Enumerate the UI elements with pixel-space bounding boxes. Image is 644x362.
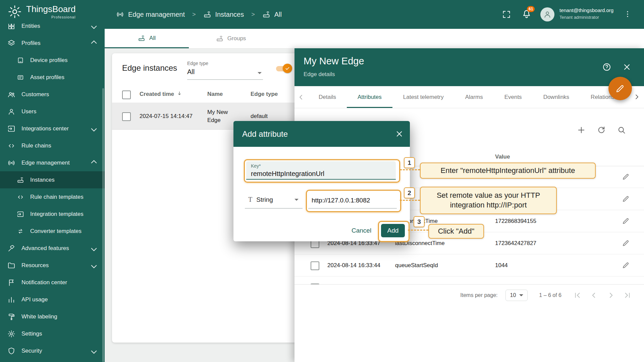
sidebar-item-notification-center[interactable]: Notification center	[0, 274, 105, 291]
tab-downlinks[interactable]: Downlinks	[533, 86, 580, 108]
tab-all[interactable]: All	[105, 29, 189, 48]
breadcrumb-edge-management[interactable]: Edge management	[128, 11, 185, 18]
edit-attribute-button[interactable]	[622, 217, 630, 225]
step-2-callout: Set remote value as your HTTP integratio…	[420, 187, 557, 214]
thingsboard-logo[interactable]: ThingsBoard Professional	[7, 4, 75, 19]
cancel-button[interactable]: Cancel	[352, 227, 371, 234]
edit-attribute-button[interactable]	[622, 195, 630, 203]
next-page-button[interactable]	[606, 291, 615, 300]
sidebar-item-rule-chain-templates[interactable]: Rule chain templates	[0, 188, 105, 205]
sidebar-item-customers[interactable]: Customers	[0, 86, 105, 103]
sidebar-item-users[interactable]: Users	[0, 103, 105, 120]
refresh-icon	[597, 125, 606, 135]
annotation-connector-2	[400, 200, 420, 201]
sidebar-item-device-profiles[interactable]: Device profiles	[0, 52, 105, 69]
col-value[interactable]: Value	[495, 154, 510, 160]
row-checkbox[interactable]	[122, 112, 131, 121]
sidebar-item-integration-templates[interactable]: Integration templates	[0, 205, 105, 223]
include-customers-toggle[interactable]	[275, 63, 292, 73]
value-type-value: String	[256, 196, 273, 203]
sidebar-item-advanced-features[interactable]: Advanced features	[0, 240, 105, 257]
edit-attribute-button[interactable]	[622, 239, 630, 247]
pencil-icon	[622, 261, 630, 269]
edge-type-select[interactable]: All	[187, 68, 195, 76]
panel-title: My New Edge	[304, 56, 364, 67]
refresh-button[interactable]	[597, 125, 606, 135]
customers-icon	[7, 90, 15, 99]
chevron-down-icon	[91, 245, 97, 251]
toggle-check-icon	[283, 64, 292, 73]
sidebar-item-integrations-center[interactable]: Integrations center	[0, 120, 105, 137]
prev-page-button[interactable]	[590, 291, 598, 300]
chevron-up-icon	[91, 40, 97, 46]
edit-attribute-button[interactable]	[622, 261, 630, 269]
breadcrumb-all[interactable]: All	[274, 11, 282, 18]
user-role: Tenant administrator	[559, 15, 613, 20]
sidebar-item-rule-chains[interactable]: Rule chains	[0, 137, 105, 154]
tab-latest-telemetry[interactable]: Latest telemetry	[392, 86, 454, 108]
sidebar-item-converter-templates[interactable]: Converter templates	[0, 223, 105, 240]
close-panel-button[interactable]	[622, 62, 632, 72]
tabs-scroll-left-button[interactable]	[294, 93, 308, 101]
logo-gear-icon	[7, 4, 22, 19]
plus-icon	[577, 125, 586, 135]
chevron-down-icon	[91, 24, 97, 29]
breadcrumb-instances[interactable]: Instances	[215, 11, 244, 18]
help-button[interactable]	[602, 62, 611, 72]
sort-desc-icon[interactable]	[176, 90, 182, 97]
sidebar-item-api-usage[interactable]: API usage	[0, 291, 105, 308]
tab-groups[interactable]: Groups	[189, 29, 273, 48]
attr-time: 2024-08-14 16:33:44	[327, 262, 380, 269]
converter-templates-icon	[17, 228, 24, 235]
close-dialog-button[interactable]	[395, 129, 404, 138]
kebab-menu-button[interactable]	[623, 10, 632, 18]
sidebar-item-settings[interactable]: Settings	[0, 325, 105, 342]
chevron-right-icon	[606, 291, 615, 300]
col-edge-type[interactable]: Edge type	[251, 91, 278, 98]
tab-attributes[interactable]: Attributes	[347, 86, 392, 108]
chevron-down-icon	[91, 348, 97, 354]
user-avatar[interactable]	[540, 7, 554, 21]
sidebar-item-security[interactable]: Security	[0, 342, 105, 359]
panel-tabs: Details Attributes Latest telemetry Alar…	[294, 86, 644, 108]
top-header: Edge management > Instances > All 61 ten…	[105, 0, 644, 29]
add-attribute-dialog: Add attribute Key* remoteHttpIntegration…	[233, 121, 410, 241]
pencil-icon	[622, 239, 630, 247]
add-attribute-button[interactable]	[577, 125, 586, 135]
items-per-page-select[interactable]: 10	[505, 290, 528, 301]
person-icon	[543, 10, 552, 19]
pencil-icon	[622, 173, 630, 181]
edit-attribute-button[interactable]	[622, 173, 630, 181]
close-icon	[622, 62, 632, 72]
pencil-icon	[622, 217, 630, 225]
tab-details[interactable]: Details	[308, 86, 347, 108]
last-page-button[interactable]	[623, 291, 632, 300]
close-icon	[395, 129, 404, 138]
sidebar-item-instances[interactable]: Instances	[0, 171, 105, 188]
select-all-checkbox[interactable]	[122, 90, 131, 99]
col-created-time[interactable]: Created time	[140, 91, 174, 98]
chevron-left-icon	[590, 291, 598, 300]
sidebar-item-asset-profiles[interactable]: Asset profiles	[0, 69, 105, 86]
attribute-row[interactable]: 2024-08-14 16:33:44 queueStartSeqId 1044	[294, 254, 644, 277]
fullscreen-button[interactable]	[502, 10, 511, 19]
tab-events[interactable]: Events	[494, 86, 533, 108]
notifications-button[interactable]: 61	[522, 9, 532, 19]
row-created-time: 2024-07-15 14:14:47	[140, 113, 193, 120]
tab-alarms[interactable]: Alarms	[454, 86, 494, 108]
help-icon	[602, 62, 611, 72]
edit-fab-button[interactable]	[608, 77, 632, 100]
sidebar-scrollbar[interactable]	[102, 88, 104, 362]
step-3-callout: Click "Add"	[428, 224, 484, 239]
col-name[interactable]: Name	[207, 91, 223, 98]
search-button[interactable]	[617, 125, 626, 135]
sidebar-item-entities[interactable]: Entities	[0, 24, 105, 35]
sidebar-item-resources[interactable]: Resources	[0, 257, 105, 274]
first-page-button[interactable]	[573, 291, 582, 300]
integrations-icon	[7, 125, 15, 133]
sidebar-item-white-labeling[interactable]: White labeling	[0, 308, 105, 325]
sidebar-item-edge-management[interactable]: Edge management	[0, 154, 105, 171]
row-checkbox[interactable]	[311, 261, 319, 270]
sidebar-item-profiles[interactable]: Profiles	[0, 35, 105, 52]
value-type-select[interactable]: T String	[245, 191, 303, 208]
